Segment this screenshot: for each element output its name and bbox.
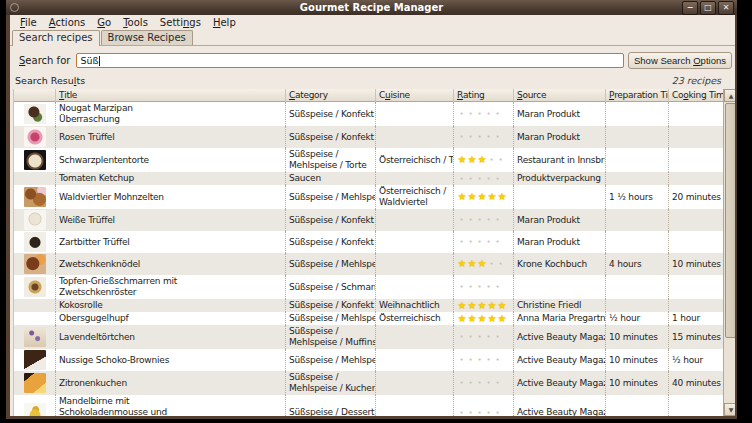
- thumbnail-cell: [14, 172, 56, 185]
- prep-cell: [606, 102, 669, 126]
- column-header-thumbnail[interactable]: [14, 89, 56, 102]
- show-search-options-button[interactable]: Show Search Options: [628, 52, 732, 69]
- cook-cell: [669, 395, 723, 416]
- cuisine-cell: [376, 395, 454, 416]
- cook-cell: [669, 172, 723, 185]
- thumbnail-cell: [14, 371, 56, 395]
- table-row[interactable]: ZwetschkenknödelSüßspeise / Mehlspeise★★…: [14, 253, 723, 275]
- search-results-label: Search Results: [15, 75, 85, 86]
- star-filled-icon: ★: [467, 192, 477, 202]
- truffle-white-thumbnail: [24, 210, 46, 230]
- torte-dark-thumbnail: [24, 150, 46, 170]
- scroll-down-icon[interactable]: ▼: [724, 403, 737, 416]
- table-row[interactable]: Mandelbirne mit Schokoladenmousse und Pi…: [14, 395, 723, 416]
- rating-cell: ★★★••: [454, 253, 514, 275]
- scroll-up-icon[interactable]: ▲: [724, 89, 737, 102]
- thumbnail-cell: [14, 275, 56, 299]
- menu-item-help[interactable]: Help: [207, 16, 242, 29]
- star-empty-icon: •: [475, 378, 484, 388]
- table-row[interactable]: Topfen-Grießschmarren mit Zwetschkenröst…: [14, 275, 723, 299]
- cook-cell: ½ hour: [669, 349, 723, 371]
- table-row[interactable]: LavendeltörtchenSüßspeise / Mehlspeise /…: [14, 325, 723, 349]
- star-empty-icon: •: [493, 332, 502, 342]
- column-header-source[interactable]: Source: [514, 89, 606, 102]
- star-filled-icon: ★: [477, 259, 487, 269]
- category-cell: Süßspeise / Mehlspeise / Kuchen: [286, 371, 376, 395]
- star-empty-icon: •: [457, 408, 466, 417]
- star-empty-icon: •: [493, 355, 502, 365]
- column-header-rating[interactable]: Rating: [454, 89, 514, 102]
- search-input-value: Süß: [80, 55, 98, 66]
- category-cell: Süßspeise / Mehlspeise / Muffins: [286, 325, 376, 349]
- column-header-cuisine[interactable]: Cuisine: [376, 89, 454, 102]
- column-header-preparation-time[interactable]: Preparation Time: [606, 89, 669, 102]
- table-row[interactable]: Zartbitter TrüffelSüßspeise / Konfekt•••…: [14, 231, 723, 253]
- source-cell: Active Beauty Magazin: [514, 371, 606, 395]
- recipe-table: TitleCategoryCuisineRatingSourcePreparat…: [13, 89, 736, 416]
- rose-thumbnail: [24, 127, 46, 147]
- column-header-title[interactable]: Title: [56, 89, 286, 102]
- menu-item-settings[interactable]: Settings: [154, 16, 207, 29]
- minimize-button[interactable]: −: [682, 1, 698, 15]
- thumbnail-cell: [14, 209, 56, 231]
- star-empty-icon: •: [466, 355, 475, 365]
- menu-item-file[interactable]: File: [14, 16, 43, 29]
- star-empty-icon: •: [484, 109, 493, 119]
- column-header-category[interactable]: Category: [286, 89, 376, 102]
- prep-cell: [606, 209, 669, 231]
- table-row[interactable]: Tomaten KetchupSaucen•••••Produktverpack…: [14, 172, 723, 185]
- star-filled-icon: ★: [487, 314, 497, 324]
- prep-cell: 1 ½ hours: [606, 185, 669, 209]
- table-row[interactable]: KokosrolleSüßspeise / KonfektWeihnachtli…: [14, 299, 723, 312]
- source-cell: Maran Produkt: [514, 126, 606, 148]
- table-row[interactable]: SchwarzplententorteSüßspeise / Mehlspeis…: [14, 148, 723, 172]
- table-row[interactable]: Nussige Schoko-BrowniesSüßspeise / Mehls…: [14, 349, 723, 371]
- source-cell: Active Beauty Magazin: [514, 349, 606, 371]
- menu-item-go[interactable]: Go: [91, 16, 117, 29]
- close-button[interactable]: ✕: [718, 1, 734, 15]
- star-filled-icon: ★: [497, 301, 507, 311]
- star-empty-icon: •: [493, 378, 502, 388]
- title-cell: Nussige Schoko-Brownies: [56, 349, 286, 371]
- table-row[interactable]: Weiße TrüffelSüßspeise / Konfekt•••••Mar…: [14, 209, 723, 231]
- title-cell: Kokosrolle: [56, 299, 286, 312]
- table-row[interactable]: ObersgugelhupfSüßspeise / MehlspeiseÖste…: [14, 312, 723, 325]
- tab-browse-recipes[interactable]: Browse Recipes: [101, 30, 193, 45]
- star-empty-icon: •: [466, 109, 475, 119]
- rating-cell: •••••: [454, 275, 514, 299]
- category-cell: Süßspeise / Mehlspeise / Torte: [286, 148, 376, 172]
- cook-cell: 15 minutes: [669, 325, 723, 349]
- star-empty-icon: •: [466, 282, 475, 292]
- star-filled-icon: ★: [467, 301, 477, 311]
- table-row[interactable]: Nougat Marzipan ÜberraschungSüßspeise / …: [14, 102, 723, 126]
- table-row[interactable]: Waldviertler MohnzeltenSüßspeise / Mehls…: [14, 185, 723, 209]
- thumbnail-cell: [14, 102, 56, 126]
- table-row[interactable]: ZitronenkuchenSüßspeise / Mehlspeise / K…: [14, 371, 723, 395]
- star-empty-icon: •: [487, 259, 496, 269]
- star-empty-icon: •: [466, 237, 475, 247]
- rating-cell: ★★★★★: [454, 185, 514, 209]
- window-icon: [10, 3, 19, 12]
- title-cell: Schwarzplententorte: [56, 148, 286, 172]
- table-row[interactable]: Rosen TrüffelSüßspeise / Konfekt•••••Mar…: [14, 126, 723, 148]
- title-cell: Obersgugelhupf: [56, 312, 286, 325]
- prep-cell: [606, 231, 669, 253]
- rating-cell: •••••: [454, 102, 514, 126]
- table-header-row: TitleCategoryCuisineRatingSourcePreparat…: [14, 89, 723, 102]
- rating-cell: •••••: [454, 371, 514, 395]
- thumbnail-cell: [14, 253, 56, 275]
- menu-item-tools[interactable]: Tools: [117, 16, 154, 29]
- cook-cell: 40 minutes: [669, 371, 723, 395]
- search-for-label: Search for: [13, 55, 76, 66]
- menu-item-actions[interactable]: Actions: [43, 16, 92, 29]
- column-header-cooking-time[interactable]: Cooking Time: [669, 89, 723, 102]
- search-input[interactable]: Süß: [76, 53, 624, 68]
- lavender-thumbnail: [24, 327, 46, 347]
- title-cell: Topfen-Grießschmarren mit Zwetschkenröst…: [56, 275, 286, 299]
- tab-search-recipes[interactable]: Search recipes: [12, 30, 100, 46]
- vertical-scrollbar[interactable]: ▲ ▼: [723, 89, 737, 416]
- thumbnail-cell: [14, 325, 56, 349]
- maximize-button[interactable]: □: [700, 1, 716, 15]
- prep-cell: [606, 395, 669, 416]
- scrollbar-thumb[interactable]: [725, 103, 737, 338]
